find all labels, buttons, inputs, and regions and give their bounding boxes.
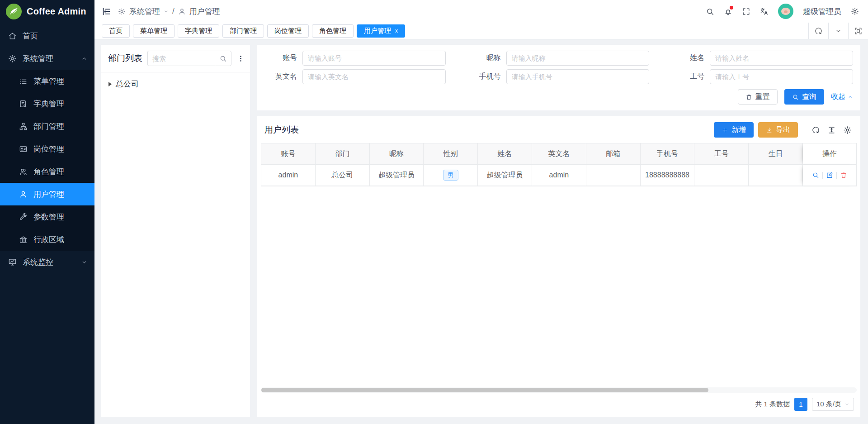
refresh-icon[interactable] [810,126,821,134]
menu-fold-icon[interactable] [102,7,111,16]
chevron-up-icon [81,56,87,62]
tab-user-mgmt[interactable]: 用户管理 x [357,24,405,38]
sidebar-item-post-mgmt[interactable]: 岗位管理 [0,138,94,160]
table-row[interactable]: admin 总公司 超级管理员 男 超级管理员 admin 1888888888… [261,165,856,186]
row-height-icon[interactable] [826,126,837,134]
table-empty-space [261,186,857,387]
account-input[interactable] [302,51,446,66]
col-header-phone[interactable]: 手机号 [641,143,695,165]
field-label: 英文名 [264,72,302,81]
topbar: 系统管理 / 用户管理 超级管理员 [94,0,868,23]
refresh-icon[interactable] [808,23,828,39]
sidebar-item-label: 岗位管理 [33,144,64,154]
query-button[interactable]: 查询 [784,89,824,105]
en-name-input[interactable] [302,69,446,84]
view-icon[interactable] [809,172,822,179]
app-title: Coffee Admin [27,6,86,17]
user-table: 账号 部门 昵称 性别 姓名 英文名 邮箱 手机号 工号 生日 操作 admin [261,143,857,186]
search-icon[interactable] [706,7,714,16]
field-label: 工号 [672,72,710,81]
col-header-job-no[interactable]: 工号 [694,143,749,165]
tab-role-mgmt[interactable]: 角色管理 [312,24,354,38]
page-button-1[interactable]: 1 [794,398,807,411]
sidebar-item-system-monitor[interactable]: 系统监控 [0,251,94,273]
maximize-icon[interactable] [848,23,868,39]
col-header-dept[interactable]: 部门 [316,143,370,165]
fullscreen-icon[interactable] [742,7,750,16]
tab-home[interactable]: 首页 [102,24,130,38]
dots-vertical-icon[interactable] [236,55,245,62]
right-column: 账号 昵称 姓名 英文名 [257,45,860,417]
bell-icon[interactable] [724,7,732,16]
tab-dict-mgmt[interactable]: 字典管理 [178,24,219,38]
sidebar-item-param-mgmt[interactable]: 参数管理 [0,205,94,228]
table-header-bar: 用户列表 新增 导出 [261,116,857,143]
col-header-gender[interactable]: 性别 [424,143,478,165]
username[interactable]: 超级管理员 [803,6,841,17]
sidebar-item-label: 系统管理 [23,53,53,64]
filter-actions: 重置 查询 收起 [264,89,853,105]
add-button[interactable]: 新增 [714,122,754,138]
table-toolbar: 新增 导出 [714,122,853,138]
dept-search-button[interactable] [215,51,231,66]
export-button[interactable]: 导出 [758,122,798,138]
tab-dept-mgmt[interactable]: 部门管理 [222,24,264,38]
dept-search-group [147,51,231,66]
sidebar-item-user-mgmt[interactable]: 用户管理 [0,183,94,205]
sidebar-item-role-mgmt[interactable]: 角色管理 [0,160,94,183]
tab-post-mgmt[interactable]: 岗位管理 [267,24,309,38]
tab-menu-mgmt[interactable]: 菜单管理 [133,24,175,38]
sidebar-item-admin-region[interactable]: 行政区域 [0,228,94,251]
pagination-total: 共 1 条数据 [755,400,790,409]
name-input[interactable] [710,51,853,66]
chevron-down-icon[interactable] [828,23,848,39]
sidebar-item-system-mgmt[interactable]: 系统管理 [0,47,94,70]
field-label: 手机号 [468,72,506,81]
delete-icon[interactable] [837,172,850,179]
gear-icon[interactable] [842,126,853,134]
id-card-icon [19,145,28,153]
dept-panel-header: 部门列表 [101,45,250,72]
nickname-input[interactable] [506,51,650,66]
scrollbar-thumb[interactable] [261,388,708,392]
horizontal-scrollbar [261,387,857,393]
dictionary-icon [19,100,28,108]
collapse-link[interactable]: 收起 [831,92,853,102]
reset-button[interactable]: 重置 [738,89,778,105]
bank-icon [19,235,28,244]
job-no-input[interactable] [710,69,853,84]
gear-icon [8,54,17,63]
col-header-email[interactable]: 邮箱 [586,143,641,165]
edit-icon[interactable] [823,172,836,179]
caret-right-icon[interactable] [108,82,112,86]
col-header-en-name[interactable]: 英文名 [532,143,586,165]
page-size-select[interactable]: 10 条/页 [812,398,854,411]
dept-search-input[interactable] [147,51,215,66]
user-table-card: 用户列表 新增 导出 [257,116,860,417]
chevron-down-icon [81,259,87,265]
close-icon[interactable]: x [395,28,398,33]
col-header-account[interactable]: 账号 [261,143,316,165]
dept-panel: 部门列表 总公司 [101,45,250,417]
field-job-no: 工号 [672,69,853,84]
breadcrumb-parent[interactable]: 系统管理 [129,6,160,17]
home-icon [8,32,17,40]
sidebar-item-home[interactable]: 首页 [0,24,94,47]
phone-input[interactable] [506,69,650,84]
col-header-birthday[interactable]: 生日 [749,143,803,165]
sidebar-item-dict-mgmt[interactable]: 字典管理 [0,92,94,115]
sidebar-item-label: 菜单管理 [33,76,64,86]
sidebar-menu: 首页 系统管理 菜单管理 字典管理 部门管理 岗位管理 [0,24,94,424]
tree-item-head-office[interactable]: 总公司 [106,77,245,91]
gear-icon[interactable] [851,7,859,15]
tabbar: 首页 菜单管理 字典管理 部门管理 岗位管理 角色管理 用户管理 x [94,23,868,39]
sidebar-item-menu-mgmt[interactable]: 菜单管理 [0,70,94,92]
avatar[interactable] [778,4,793,19]
tree-item-label: 总公司 [116,79,139,89]
table-title: 用户列表 [264,124,299,136]
translate-icon[interactable] [760,7,769,16]
col-header-actions: 操作 [803,143,856,165]
sidebar-item-dept-mgmt[interactable]: 部门管理 [0,115,94,138]
col-header-name[interactable]: 姓名 [478,143,532,165]
col-header-nickname[interactable]: 昵称 [370,143,424,165]
